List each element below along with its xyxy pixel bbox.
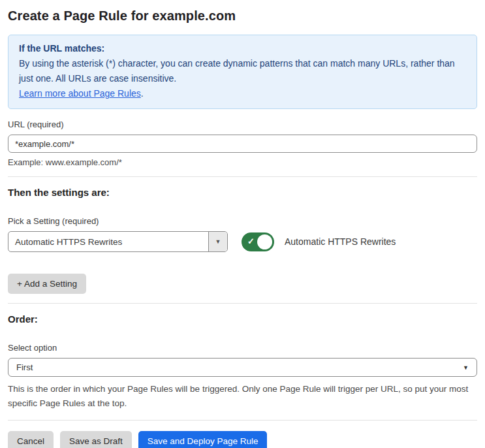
divider (8, 176, 477, 177)
save-and-deploy-button[interactable]: Save and Deploy Page Rule (138, 431, 268, 448)
info-box-heading: If the URL matches: (19, 41, 466, 56)
toggle-knob (257, 234, 272, 249)
info-box-body: By using the asterisk (*) character, you… (19, 56, 466, 86)
url-input[interactable] (8, 135, 477, 153)
https-rewrites-toggle[interactable]: ✓ (242, 232, 274, 251)
check-icon: ✓ (247, 236, 255, 246)
settings-section-heading: Then the settings are: (8, 187, 477, 198)
order-select-value: First (16, 362, 33, 372)
order-section-heading: Order: (8, 313, 477, 325)
link-suffix: . (141, 88, 144, 99)
pick-setting-label: Pick a Setting (required) (8, 216, 477, 226)
cancel-button[interactable]: Cancel (8, 431, 54, 448)
divider (8, 420, 477, 421)
chevron-down-icon[interactable]: ▼ (208, 232, 227, 251)
footer-actions: Cancel Save as Draft Save and Deploy Pag… (8, 431, 477, 448)
order-helper-text: This is the order in which your Page Rul… (8, 382, 477, 411)
setting-select-value: Automatic HTTPS Rewrites (8, 232, 208, 251)
page-rule-form: Create a Page Rule for example.com If th… (0, 0, 485, 448)
chevron-down-icon: ▼ (463, 364, 469, 371)
order-select[interactable]: First ▼ (8, 358, 477, 377)
url-match-info-box: If the URL matches: By using the asteris… (8, 35, 477, 109)
page-title: Create a Page Rule for example.com (8, 8, 477, 24)
learn-more-link[interactable]: Learn more about Page Rules (19, 88, 141, 99)
info-box-link-line: Learn more about Page Rules. (19, 86, 466, 101)
save-as-draft-button[interactable]: Save as Draft (60, 431, 132, 448)
setting-toggle-wrap: ✓ Automatic HTTPS Rewrites (242, 232, 396, 251)
url-field-label: URL (required) (8, 120, 477, 129)
setting-select[interactable]: Automatic HTTPS Rewrites ▼ (8, 231, 228, 252)
url-helper-text: Example: www.example.com/* (8, 157, 477, 167)
info-box-body-text: By using the asterisk (*) character, you… (19, 58, 455, 84)
add-setting-button[interactable]: + Add a Setting (8, 274, 86, 294)
order-select-label: Select option (8, 343, 477, 353)
divider (8, 303, 477, 304)
setting-row: Automatic HTTPS Rewrites ▼ ✓ Automatic H… (8, 231, 477, 252)
toggle-label: Automatic HTTPS Rewrites (285, 236, 396, 247)
